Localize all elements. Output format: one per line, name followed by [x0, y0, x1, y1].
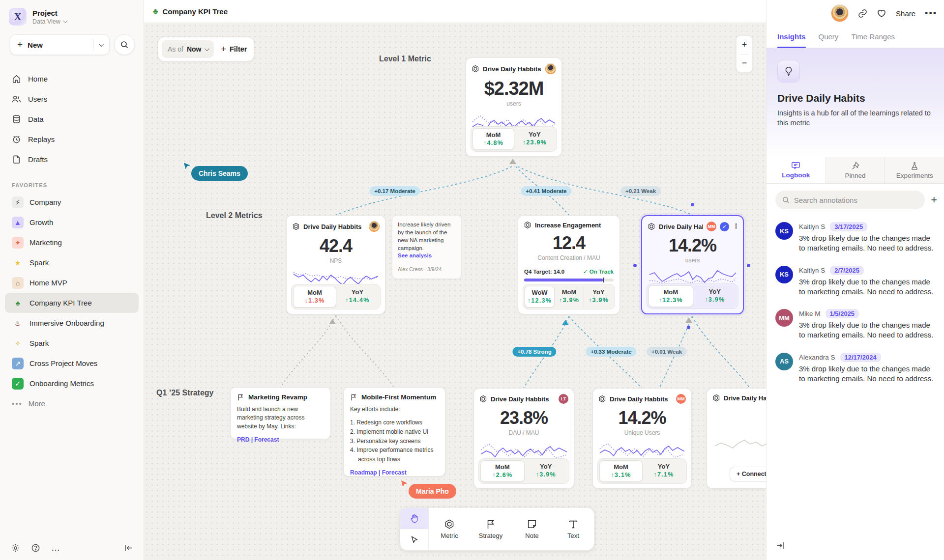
stat-wow[interactable]: WoW ↑12.3%	[525, 286, 555, 308]
strategy-card-marketing-revamp[interactable]: Marketing Revamp Build and launch a new …	[230, 387, 331, 439]
strategy-links[interactable]: Roadmap | Forecast	[350, 469, 439, 476]
new-button[interactable]: + New	[10, 34, 110, 55]
on-track-status: ✓ On Track	[583, 268, 614, 275]
settings-gear-icon[interactable]	[11, 543, 20, 553]
favorite-item-spark[interactable]: ★ Spark	[5, 252, 139, 273]
add-annotation-button[interactable]: +	[931, 195, 937, 205]
subtab-experiments[interactable]: Experiments	[885, 157, 944, 183]
project-switcher[interactable]: X Project Data View	[0, 0, 144, 30]
favorite-item-onboarding-metrics[interactable]: ✓ Onboarding Metrics	[5, 373, 139, 393]
metric-card-unique-users[interactable]: Drive Daily Habbits MM 14.2% Unique User…	[592, 388, 692, 489]
annotation-search[interactable]	[775, 191, 925, 209]
note-tool-button[interactable]: Note	[511, 508, 553, 550]
annotation-text: 3% drop likely due to the changes made t…	[799, 233, 938, 253]
favorite-item-company[interactable]: ⚡ Company	[5, 192, 139, 212]
stat-yoy[interactable]: YoY ↑23.9%	[514, 128, 555, 150]
sidebar-overflow-icon[interactable]: …	[51, 543, 61, 553]
collapse-panel-icon[interactable]	[776, 542, 785, 551]
user-avatar[interactable]	[831, 4, 849, 22]
tab-time-ranges[interactable]: Time Ranges	[851, 26, 895, 48]
strategy-card-mobile-first[interactable]: Mobile-First Momentum Key efforts includ…	[343, 387, 445, 476]
stat-yoy[interactable]: YoY ↑3.9%	[584, 286, 613, 308]
stat-mom[interactable]: MoM ↑3.9%	[555, 286, 584, 308]
stat-value: ↑7.1%	[643, 471, 685, 478]
metric-title: Drive Daily Habbits	[483, 65, 542, 73]
select-tool-button[interactable]	[400, 529, 428, 550]
see-analysis-link[interactable]: See analysis	[398, 252, 432, 258]
favorite-item-home-mvp[interactable]: ⌂ Home MVP	[5, 273, 139, 293]
subtab-logbook[interactable]: Logbook	[767, 157, 826, 183]
annotation-item[interactable]: AS Alexandra S 12/17/2024 3% drop likely…	[775, 353, 938, 384]
hand-tool-button[interactable]	[400, 508, 428, 529]
stat-value: ↑14.4%	[336, 297, 379, 304]
flag-icon	[485, 519, 496, 530]
metric-card-nps[interactable]: Drive Daily Habbits 42.4 NPS MoM ↓1.3% Y…	[286, 215, 385, 314]
stat-yoy[interactable]: YoY ↑7.1%	[643, 460, 685, 482]
card-menu-button[interactable]: ⋮	[733, 225, 738, 228]
stat-label: YoY	[336, 288, 379, 296]
stat-label: YoY	[525, 463, 568, 470]
metric-card-level1[interactable]: Drive Daily Habbits $2.32M users MoM ↑4.…	[466, 57, 562, 157]
tab-insights[interactable]: Insights	[777, 26, 806, 48]
favorite-item-company-kpi-tree[interactable]: ♣ Company KPI Tree	[5, 293, 139, 313]
share-button[interactable]: Share	[896, 9, 915, 18]
tab-query[interactable]: Query	[819, 26, 839, 48]
sidebar-search-button[interactable]	[114, 34, 135, 55]
stat-yoy[interactable]: YoY ↑14.4%	[336, 286, 379, 308]
favorite-button[interactable]	[877, 8, 886, 18]
help-icon[interactable]	[31, 543, 40, 553]
metric-card-dau[interactable]: Drive Daily Habbits LT 23.8% DAU / MAU M…	[473, 388, 574, 489]
copy-link-button[interactable]	[858, 9, 867, 18]
zoom-out-button[interactable]: −	[737, 55, 752, 73]
annotation-item[interactable]: MM Mike M 1/5/2025 3% drop likely due to…	[775, 309, 938, 340]
sidebar-item-users[interactable]: Users	[0, 89, 144, 109]
text-tool-button[interactable]: Text	[553, 508, 594, 550]
metric-unit: users	[466, 100, 561, 107]
subtab-pinned[interactable]: Pinned	[826, 157, 885, 183]
strategy-links[interactable]: PRD | Forecast	[237, 436, 324, 443]
metric-card-engagement[interactable]: Increase Engagement 12.4 Content Creatio…	[518, 215, 620, 314]
annotation-date: 2/7/2025	[830, 266, 864, 275]
stat-mom[interactable]: MoM ↑4.8%	[472, 128, 514, 150]
metric-title: Increase Engagement	[535, 222, 614, 229]
annotation-item[interactable]: KS Kaitlyn S 2/7/2025 3% drop likely due…	[775, 266, 938, 297]
stat-yoy[interactable]: YoY ↑3.9%	[693, 285, 737, 307]
favorite-item-marketing[interactable]: ✦ Marketing	[5, 232, 139, 252]
plus-icon: +	[221, 44, 226, 55]
filter-button[interactable]: + Filter	[221, 44, 247, 55]
annotation-search-input[interactable]	[794, 196, 918, 204]
draft-file-icon	[12, 155, 21, 164]
favorite-item-cross-project-moves[interactable]: ↗ Cross Project Moves	[5, 353, 139, 373]
data-view-dropdown[interactable]: Data View	[32, 18, 66, 25]
chevron-down-icon[interactable]	[99, 42, 104, 47]
stat-mom[interactable]: MoM ↓1.3%	[293, 286, 336, 308]
zoom-in-button[interactable]: +	[737, 36, 752, 54]
kpi-tree-canvas[interactable]: As of Now + Filter + − Level 1 Metric Le…	[144, 23, 766, 560]
metric-card-partial[interactable]: Drive Daily Hab + Connect	[707, 388, 766, 489]
pointer-icon	[410, 535, 419, 544]
favorite-item-spark-2[interactable]: ✧ Spark	[5, 333, 139, 353]
stat-yoy[interactable]: YoY ↑3.9%	[525, 460, 568, 482]
sidebar-more-button[interactable]: ••• More	[5, 393, 139, 414]
sidebar-item-drafts[interactable]: Drafts	[0, 149, 144, 169]
stat-mom[interactable]: MoM ↑3.1%	[599, 460, 643, 482]
metric-hexagon-icon	[712, 394, 720, 402]
favorite-item-growth[interactable]: ▲ Growth	[5, 212, 139, 232]
sidebar-item-replays[interactable]: Replays	[0, 129, 144, 149]
insight-title: Drive Daily Habits	[777, 92, 933, 104]
strategy-tool-button[interactable]: Strategy	[470, 508, 511, 550]
stat-value: ↑4.8%	[473, 140, 514, 146]
connect-button[interactable]: + Connect	[730, 467, 766, 481]
collapse-sidebar-icon[interactable]	[124, 544, 133, 552]
annotation-note[interactable]: Increase likely driven by the launch of …	[392, 215, 462, 279]
overflow-menu-button[interactable]: •••	[925, 8, 937, 19]
annotation-item[interactable]: KS Kaitlyn S 3/17/2025 3% drop likely du…	[775, 222, 938, 253]
metric-tool-button[interactable]: Metric	[429, 508, 470, 550]
as-of-dropdown[interactable]: As of Now	[162, 40, 214, 58]
sidebar-item-data[interactable]: Data	[0, 109, 144, 129]
stat-mom[interactable]: MoM ↑2.6%	[480, 460, 525, 482]
sidebar-item-home[interactable]: Home	[0, 69, 144, 89]
stat-mom[interactable]: MoM ↑12.3%	[649, 285, 693, 307]
metric-card-selected[interactable]: Drive Daily Habb.. MM ✓ ⋮ 14.2% users Mo…	[641, 215, 744, 314]
favorite-item-immersive-onboarding[interactable]: ♨ Immersive Onboarding	[5, 313, 139, 333]
